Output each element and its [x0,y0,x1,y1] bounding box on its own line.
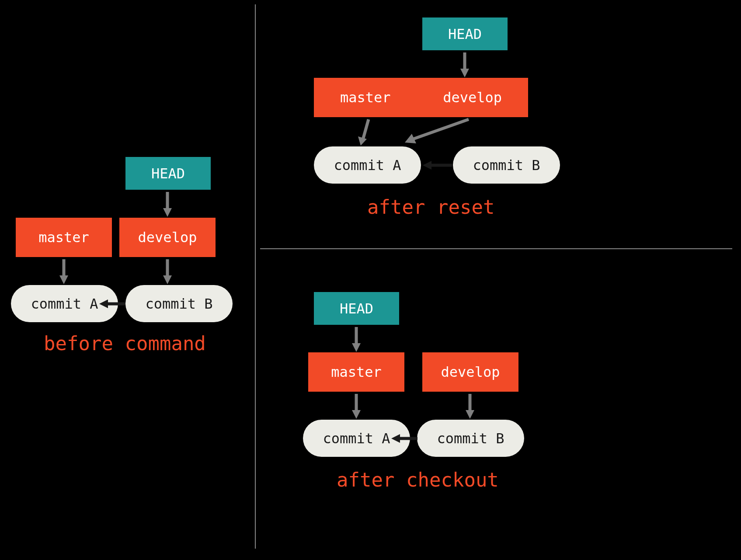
arrow-develop-to-commitA-reset [402,117,472,148]
horizontal-divider [260,248,732,249]
master-label: master [331,364,382,380]
arrow-master-to-commitA-before [57,257,70,285]
svg-marker-3 [59,275,68,284]
commit-b-label: commit B [437,430,504,447]
caption-checkout: after checkout [337,469,499,491]
caption-reset: after reset [367,196,494,218]
commit-b-label: commit B [473,157,540,174]
develop-box-checkout: develop [422,352,518,392]
svg-marker-21 [466,410,474,419]
arrow-develop-to-commitB-checkout [463,392,477,420]
head-box-before: HEAD [125,157,211,190]
head-label: HEAD [340,300,373,317]
svg-marker-1 [163,208,172,217]
develop-label: develop [443,89,502,106]
arrow-head-to-master-checkout [350,325,363,353]
svg-marker-5 [163,275,172,284]
svg-marker-17 [352,343,361,352]
arrow-master-to-commitA-reset [356,117,374,148]
svg-marker-19 [352,410,361,419]
master-box-before: master [16,218,112,257]
arrow-commitB-to-commitA-reset [421,159,454,172]
commit-b-label: commit B [145,296,212,312]
merged-branches-reset: master develop [314,78,528,117]
commit-b-before: commit B [125,285,233,322]
arrow-commitB-to-commitA-before [98,297,128,310]
commit-b-checkout: commit B [417,420,524,457]
develop-label: develop [138,229,197,246]
master-box-checkout: master [308,352,404,392]
commit-a-label: commit A [323,430,390,447]
head-label: HEAD [151,165,185,182]
svg-marker-23 [391,434,400,443]
caption-before: before command [44,332,206,355]
diagram-root: HEAD master develop commit A commit B be… [0,0,741,560]
commit-a-label: commit A [31,296,98,312]
develop-box-before: develop [119,218,216,257]
arrow-head-to-branches-reset [458,50,471,79]
master-label: master [340,89,391,106]
master-label: master [38,229,89,246]
svg-line-10 [363,119,369,138]
develop-label: develop [441,364,500,380]
svg-marker-15 [423,161,431,170]
commit-a-reset: commit A [314,146,421,184]
arrow-master-to-commitA-checkout [350,392,363,420]
svg-line-12 [413,119,469,139]
svg-marker-9 [460,69,469,77]
commit-b-reset: commit B [453,146,560,184]
svg-marker-7 [99,299,108,308]
arrow-develop-to-commitB-before [161,257,174,285]
commit-a-label: commit A [334,157,401,174]
head-label: HEAD [448,26,482,42]
head-box-checkout: HEAD [314,292,399,325]
arrow-commitB-to-commitA-checkout [390,432,420,445]
vertical-divider [255,4,256,549]
svg-marker-11 [358,136,367,146]
head-box-reset: HEAD [422,17,508,50]
arrow-head-to-develop-before [161,190,174,218]
